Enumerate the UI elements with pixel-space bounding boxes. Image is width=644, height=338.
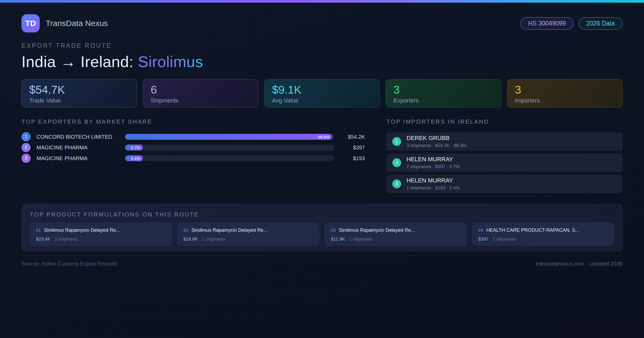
importer-row[interactable]: 1 DEREK GRUBB 3 shipments · $54.2K · 98.… [386, 132, 623, 151]
product-value: $397 [478, 237, 489, 242]
page-container: TD TransData Nexus HS 30049099 2026 Data… [21, 3, 623, 267]
product-shipments: 2 shipments [493, 237, 516, 242]
market-share-label: 98.9% [318, 135, 330, 139]
product-title-row: #4 HEALTH CARE PRODUCT-RAPACAN, S... [478, 227, 608, 233]
importer-row[interactable]: 2 HELEN MURRAY 2 shipments · $397 · 0.7% [386, 153, 623, 172]
accent-gradient-strip [0, 0, 644, 3]
product-value: $11.9K [331, 237, 345, 242]
stat-card-avg-value: $9.1K Avg Value [264, 79, 380, 108]
product-meta: $18.8K 1 shipments [184, 237, 313, 242]
importer-name: HELEN MURRAY [407, 156, 460, 163]
market-share-bar-fill: 0.4% [125, 155, 143, 161]
market-share-bar-track: 0.7% [125, 145, 334, 150]
exporter-value: $193 [339, 155, 365, 161]
stat-card-exporters: 3 Exporters [386, 79, 501, 108]
stat-value: $54.7K [29, 83, 129, 96]
market-share-label: 0.7% [131, 145, 140, 150]
importer-details: 2 shipments · $397 · 0.7% [407, 164, 460, 170]
market-share-label: 0.4% [131, 156, 140, 161]
stat-card-shipments: 6 Shipments [143, 79, 258, 108]
footer: Source: Indian Customs Export Records tr… [21, 256, 623, 267]
brand-name: TransData Nexus [46, 19, 108, 28]
stat-value: 3 [515, 83, 615, 96]
market-share-bar-fill: 98.9% [125, 134, 332, 140]
product-card[interactable]: #2 Sirolimus Rapamycin Delayed Re... $18… [177, 223, 320, 246]
stat-card-trade-value: $54.7K Trade Value [21, 79, 137, 108]
eyebrow-label: EXPORT TRADE ROUTE [21, 42, 623, 49]
product-title-row: #3 Sirolimus Rapamycin Delayed Re... [331, 227, 461, 233]
market-share-bar-track: 98.9% [125, 134, 334, 140]
product-name: HEALTH CARE PRODUCT-RAPACAN, S... [486, 227, 579, 233]
stat-value: $9.1K [272, 83, 372, 96]
importers-heading: TOP IMPORTERS IN IRELAND [386, 118, 623, 125]
exporter-row[interactable]: 2 MAGICINE PHARMA 0.7% $397 [21, 143, 365, 152]
exporter-name: CONCORD BIOTECH LIMITED [36, 134, 125, 140]
product-title-row: #1 Sirolimus Rapamycin Delayed Re... [36, 227, 166, 233]
stat-label: Avg Value [272, 97, 372, 104]
product-name: Sirolimus Rapamycin Delayed Re... [339, 227, 415, 233]
stat-value: 3 [393, 83, 493, 96]
importer-name: DEREK GRUBB [407, 135, 467, 142]
product-shipments: 1 shipments [349, 237, 372, 242]
exporters-section: TOP EXPORTERS BY MARKET SHARE 1 CONCORD … [21, 118, 365, 196]
stat-label: Importers [515, 97, 615, 104]
importer-details: 1 shipments · $193 · 0.4% [407, 185, 460, 191]
importer-info: HELEN MURRAY 2 shipments · $397 · 0.7% [407, 156, 460, 170]
two-column-section: TOP EXPORTERS BY MARKET SHARE 1 CONCORD … [21, 118, 623, 196]
exporter-name: MAGICINE PHARMA [36, 155, 125, 161]
product-formulations-panel: TOP PRODUCT FORMULATIONS ON THIS ROUTE #… [21, 204, 623, 251]
product-card[interactable]: #1 Sirolimus Rapamycin Delayed Re... $23… [30, 223, 172, 246]
product-name: Sirolimus Rapamycin Delayed Re... [191, 227, 267, 233]
route-text: India → Ireland: [21, 53, 133, 70]
importer-row[interactable]: 3 HELEN MURRAY 1 shipments · $193 · 0.4% [386, 175, 623, 193]
importers-section: TOP IMPORTERS IN IRELAND 1 DEREK GRUBB 3… [386, 118, 623, 196]
stat-label: Shipments [151, 97, 250, 104]
product-value: $23.4K [36, 237, 50, 242]
product-value: $18.8K [184, 237, 198, 242]
product-shipments: 1 shipments [55, 237, 78, 242]
importer-details: 3 shipments · $54.2K · 98.9% [407, 143, 467, 148]
product-rank: #2 [184, 228, 188, 233]
header-badges: HS 30049099 2026 Data [520, 17, 623, 30]
market-share-bar-fill: 0.7% [125, 145, 143, 150]
exporter-value: $397 [339, 145, 365, 151]
market-share-bar-track: 0.4% [125, 155, 334, 161]
product-rank: #4 [478, 228, 483, 233]
brand: TD TransData Nexus [21, 14, 108, 32]
product-cards-row: #1 Sirolimus Rapamycin Delayed Re... $23… [30, 223, 614, 246]
product-rank: #1 [36, 228, 41, 233]
product-text: Sirolimus [138, 53, 203, 70]
product-shipments: 1 shipments [202, 237, 225, 242]
stat-label: Trade Value [29, 97, 129, 104]
rank-badge: 1 [21, 132, 31, 141]
importer-name: HELEN MURRAY [407, 177, 460, 184]
product-card[interactable]: #3 Sirolimus Rapamycin Delayed Re... $11… [325, 223, 467, 246]
importer-info: DEREK GRUBB 3 shipments · $54.2K · 98.9% [407, 135, 467, 148]
importer-info: HELEN MURRAY 1 shipments · $193 · 0.4% [407, 177, 460, 191]
product-card[interactable]: #4 HEALTH CARE PRODUCT-RAPACAN, S... $39… [472, 223, 614, 246]
product-meta: $23.4K 1 shipments [36, 237, 166, 242]
exporters-heading: TOP EXPORTERS BY MARKET SHARE [21, 118, 365, 125]
brand-logo: TD [21, 14, 40, 32]
product-meta: $397 2 shipments [478, 237, 608, 242]
rank-badge: 3 [21, 154, 31, 163]
exporter-name: MAGICINE PHARMA [36, 145, 125, 151]
stat-value: 6 [151, 83, 250, 96]
products-heading: TOP PRODUCT FORMULATIONS ON THIS ROUTE [30, 211, 614, 218]
stat-label: Exporters [393, 97, 493, 104]
hs-code-badge[interactable]: HS 30049099 [520, 17, 574, 30]
topbar: TD TransData Nexus HS 30049099 2026 Data [21, 14, 623, 32]
product-name: Sirolimus Rapamycin Delayed Re... [44, 227, 120, 233]
rank-badge: 3 [392, 179, 401, 188]
stat-card-importers: 3 Importers [507, 79, 623, 108]
page-title: India → Ireland: Sirolimus [21, 53, 623, 71]
exporter-row[interactable]: 1 CONCORD BIOTECH LIMITED 98.9% $54.2K [21, 132, 365, 141]
year-data-badge[interactable]: 2026 Data [579, 17, 623, 30]
exporter-value: $54.2K [339, 134, 365, 140]
product-rank: #3 [331, 228, 336, 233]
footer-source: Source: Indian Customs Export Records [21, 261, 117, 267]
exporter-row[interactable]: 3 MAGICINE PHARMA 0.4% $193 [21, 154, 365, 163]
product-title-row: #2 Sirolimus Rapamycin Delayed Re... [184, 227, 313, 233]
footer-site: transdatanexus.com · Updated 2026 [536, 261, 623, 267]
rank-badge: 1 [392, 137, 401, 146]
